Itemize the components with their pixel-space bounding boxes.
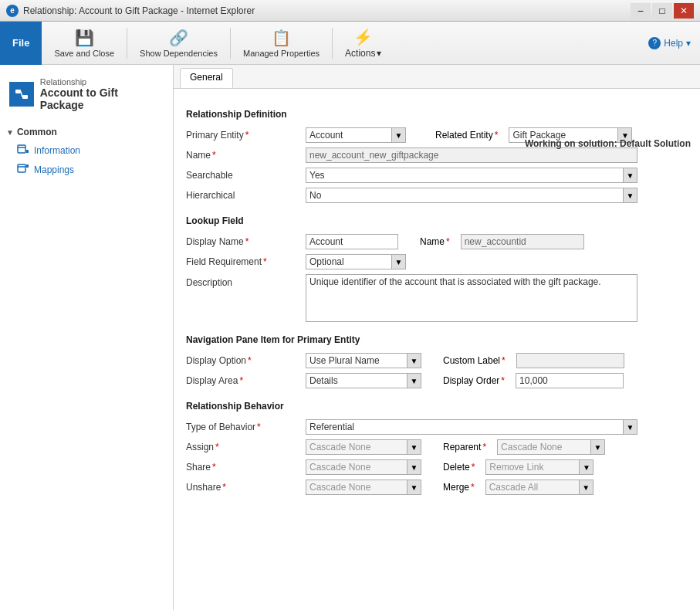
- primary-entity-dropdown[interactable]: Account ▼: [306, 127, 406, 143]
- unshare-dropdown[interactable]: Cascade None ▼: [306, 480, 421, 495]
- merge-arrow[interactable]: ▼: [579, 480, 593, 494]
- unshare-merge-row: Unshare* Cascade None ▼ Merge* Casca: [186, 480, 688, 495]
- reparent-dropdown[interactable]: Cascade None ▼: [497, 439, 605, 455]
- minimize-button[interactable]: –: [631, 3, 651, 19]
- display-name-input[interactable]: [306, 234, 398, 249]
- section-common-label: Common: [17, 127, 57, 137]
- display-area-dropdown[interactable]: Details ▼: [306, 373, 421, 388]
- file-button[interactable]: File: [0, 22, 42, 65]
- display-option-label: Display Option*: [186, 355, 306, 366]
- hierarchical-select[interactable]: No: [306, 188, 623, 202]
- assign-select[interactable]: Cascade None: [306, 440, 407, 454]
- field-requirement-row: Field Requirement* Optional ▼: [186, 254, 688, 269]
- tab-general[interactable]: General: [180, 68, 233, 88]
- type-of-behavior-label: Type of Behavior*: [186, 422, 306, 432]
- title-bar: e Relationship: Account to Gift Package …: [0, 0, 700, 22]
- hierarchical-dropdown[interactable]: No ▼: [306, 188, 637, 203]
- sidebar-subtitle: Relationship: [40, 77, 164, 86]
- relationship-icon: [9, 82, 34, 107]
- searchable-arrow[interactable]: ▼: [623, 168, 637, 182]
- relationship-definition-header: Relationship Definition: [186, 109, 688, 121]
- description-textarea[interactable]: [306, 274, 637, 322]
- help-button[interactable]: ? Help ▾: [648, 37, 691, 49]
- ribbon: File 💾 Save and Close 🔗 Show Dependencie…: [0, 22, 700, 65]
- type-of-behavior-row: Type of Behavior* Referential ▼: [186, 419, 688, 435]
- share-dropdown[interactable]: Cascade None ▼: [306, 459, 421, 475]
- merge-dropdown[interactable]: Cascade All ▼: [485, 480, 593, 495]
- sidebar-title-group: Relationship Account to Gift Package: [40, 77, 164, 111]
- solution-text: Working on solution: Default Solution: [525, 138, 691, 149]
- sidebar-section-header-common[interactable]: ▼ Common: [0, 124, 173, 141]
- display-order-input[interactable]: [516, 373, 624, 388]
- unshare-select[interactable]: Cascade None: [306, 480, 407, 494]
- name-input[interactable]: [306, 147, 637, 163]
- lookup-field-header: Lookup Field: [186, 215, 688, 228]
- svg-rect-5: [26, 150, 29, 153]
- lookup-display-name-row: Display Name* Name*: [186, 234, 688, 249]
- assign-arrow[interactable]: ▼: [407, 440, 421, 454]
- actions-dropdown-icon: ▾: [377, 48, 381, 59]
- lookup-name-input[interactable]: [461, 234, 584, 249]
- actions-button[interactable]: ⚡ Actions ▾: [339, 23, 387, 63]
- unshare-arrow[interactable]: ▼: [407, 480, 421, 494]
- field-requirement-dropdown[interactable]: Optional ▼: [306, 254, 406, 269]
- type-of-behavior-select[interactable]: Referential: [306, 420, 623, 434]
- delete-arrow[interactable]: ▼: [579, 460, 593, 474]
- hierarchical-arrow[interactable]: ▼: [623, 188, 637, 202]
- merge-label: Merge*: [443, 482, 475, 493]
- sidebar-item-information[interactable]: Information: [0, 141, 173, 160]
- display-area-arrow[interactable]: ▼: [407, 374, 421, 388]
- ribbon-actions: 💾 Save and Close 🔗 Show Dependencies 📋 M…: [42, 22, 394, 65]
- tab-bar: General: [174, 65, 700, 89]
- svg-line-2: [21, 92, 22, 97]
- field-requirement-arrow[interactable]: ▼: [391, 255, 405, 269]
- title-bar-controls: – □ ✕: [631, 3, 694, 19]
- merge-select[interactable]: Cascade All: [486, 480, 579, 494]
- assign-label: Assign*: [186, 442, 306, 452]
- delete-dropdown[interactable]: Remove Link ▼: [485, 459, 593, 475]
- lookup-name-controls: Name*: [306, 234, 688, 249]
- reparent-arrow[interactable]: ▼: [590, 440, 604, 454]
- maximize-button[interactable]: □: [652, 3, 672, 19]
- reparent-select[interactable]: Cascade None: [498, 440, 590, 454]
- searchable-dropdown[interactable]: Yes ▼: [306, 168, 637, 183]
- unshare-merge-controls: Cascade None ▼ Merge* Cascade All ▼: [306, 480, 688, 495]
- display-option-arrow[interactable]: ▼: [407, 354, 421, 368]
- display-area-label: Display Area*: [186, 375, 306, 386]
- chevron-icon: ▼: [6, 128, 14, 137]
- assign-dropdown[interactable]: Cascade None ▼: [306, 439, 421, 455]
- show-dependencies-button[interactable]: 🔗 Show Dependencies: [134, 23, 224, 63]
- primary-entity-select[interactable]: Account: [306, 128, 391, 142]
- display-option-dropdown[interactable]: Use Plural Name ▼: [306, 353, 421, 368]
- description-label: Description: [186, 274, 306, 288]
- save-close-button[interactable]: 💾 Save and Close: [48, 23, 120, 63]
- share-select[interactable]: Cascade None: [306, 460, 407, 474]
- ribbon-separator-3: [332, 28, 333, 59]
- display-option-select[interactable]: Use Plural Name: [306, 354, 407, 368]
- delete-select[interactable]: Remove Link: [486, 460, 579, 474]
- primary-entity-arrow[interactable]: ▼: [391, 128, 405, 142]
- display-option-controls: Use Plural Name ▼ Custom Label*: [306, 353, 688, 368]
- share-arrow[interactable]: ▼: [407, 460, 421, 474]
- type-of-behavior-arrow[interactable]: ▼: [623, 420, 637, 434]
- share-delete-row: Share* Cascade None ▼ Delete* Remove: [186, 459, 688, 475]
- type-of-behavior-dropdown[interactable]: Referential ▼: [306, 419, 637, 435]
- display-option-row: Display Option* Use Plural Name ▼ Custom…: [186, 353, 688, 368]
- ie-icon: e: [6, 5, 19, 17]
- lookup-display-name-label: Display Name*: [186, 236, 306, 247]
- field-requirement-select[interactable]: Optional: [306, 255, 391, 269]
- display-order-label: Display Order*: [443, 375, 505, 386]
- managed-properties-button[interactable]: 📋 Managed Properties: [237, 23, 326, 63]
- sidebar: Relationship Account to Gift Package ▼ C…: [0, 65, 174, 610]
- title-text: Relationship: Account to Gift Package - …: [23, 5, 255, 16]
- close-button[interactable]: ✕: [674, 3, 694, 19]
- display-area-select[interactable]: Details: [306, 374, 407, 388]
- searchable-select[interactable]: Yes: [306, 168, 623, 182]
- ribbon-separator-2: [230, 28, 231, 59]
- share-label: Share*: [186, 462, 306, 473]
- custom-label-input[interactable]: [516, 353, 624, 368]
- searchable-label: Searchable: [186, 170, 306, 181]
- sidebar-item-mappings[interactable]: Mappings: [0, 160, 173, 179]
- description-row: Description: [186, 274, 688, 322]
- main-area: Relationship Account to Gift Package ▼ C…: [0, 65, 700, 610]
